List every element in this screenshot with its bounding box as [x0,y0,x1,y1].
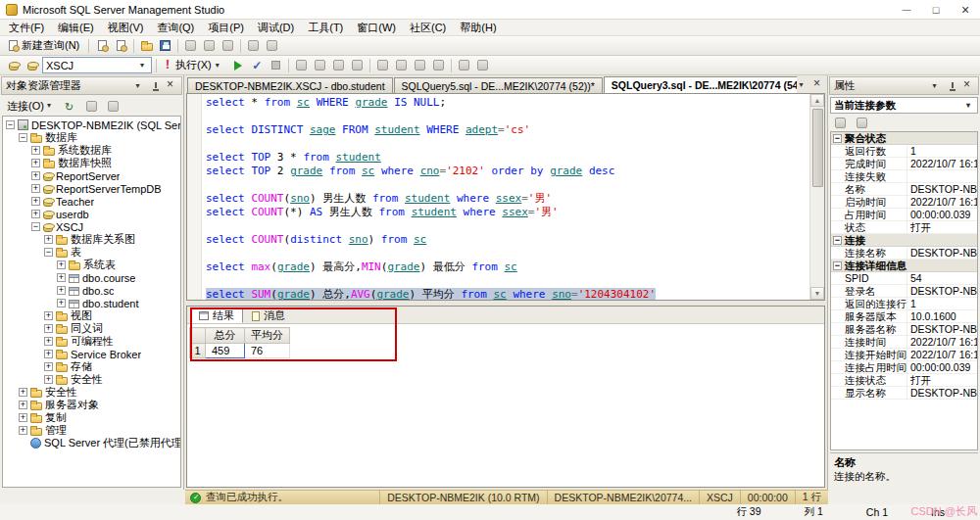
tree-node[interactable]: dbo.course [3,271,180,284]
chevron-down-icon[interactable] [930,79,943,92]
property-row[interactable]: 服务器名称DESKTOP-NBME2IK [831,323,977,336]
property-category[interactable]: 连接 [831,234,977,247]
editor-content[interactable]: select * from sc WHERE grade IS NULL;sel… [202,94,809,300]
expand-toggle-icon[interactable] [44,375,53,384]
property-row[interactable]: SPID54 [831,272,977,285]
generic-button[interactable] [392,57,411,73]
parse-check-button[interactable] [248,57,267,73]
tree-node[interactable]: 复制 [3,411,180,424]
generic-button[interactable] [200,37,219,54]
expand-toggle-icon[interactable] [31,184,40,193]
editor-line[interactable]: select SUM(grade) 总分,AVG(grade) 平均分 from… [206,288,809,300]
property-category[interactable]: 连接详细信息 [831,260,977,272]
close-button[interactable] [951,0,980,19]
maximize-button[interactable] [921,0,951,19]
properties-object-combo[interactable]: 当前连接参数 [830,97,978,114]
tree-node[interactable]: 数据库关系图 [3,233,180,246]
object-tree[interactable]: DESKTOP-NBME2IK (SQL Server 10.0.160...数… [2,116,181,488]
property-row[interactable]: 连接状态打开 [831,374,977,387]
generic-button[interactable] [411,57,429,73]
expand-toggle-icon[interactable] [44,362,53,371]
property-row[interactable]: 连接失败 [831,170,977,183]
tree-node[interactable]: ReportServer [3,169,180,182]
collapse-toggle-icon[interactable] [6,120,15,129]
expand-toggle-icon[interactable] [19,388,27,397]
expand-toggle-icon[interactable] [44,324,53,333]
document-tab[interactable]: SQLQuery5.sql - DE...ME2IK\20774 (52))* [394,77,603,93]
close-icon[interactable] [165,79,177,92]
results-column-header[interactable]: 总分 [206,328,245,344]
minimize-button[interactable] [892,0,921,19]
expand-toggle-icon[interactable] [57,286,66,295]
menu-item[interactable]: 文件(F) [2,20,51,36]
generic-button[interactable] [373,57,392,73]
editor-line[interactable] [206,178,809,192]
editor-line[interactable]: select TOP 3 * from student [206,151,809,165]
new-query-button[interactable]: 新建查询(N) [4,37,84,54]
menu-item[interactable]: 查询(Q) [150,20,201,36]
collapse-toggle-icon[interactable] [833,134,842,143]
generic-button[interactable] [329,57,348,73]
editor-vertical-scrollbar[interactable]: ▲ ▼ [809,94,824,300]
generic-button[interactable] [292,57,311,73]
tree-node[interactable]: 服务器对象 [3,399,180,411]
editor-line[interactable] [206,219,809,233]
expand-toggle-icon[interactable] [57,299,66,307]
editor-line[interactable]: select COUNT(sno) 男生人数 from student wher… [206,192,809,206]
tree-node[interactable]: 安全性 [3,373,180,386]
generic-button[interactable] [263,37,281,54]
generic-button[interactable] [82,98,101,115]
collapse-toggle-icon[interactable] [19,133,27,142]
editor-line[interactable] [206,247,809,260]
editor-line[interactable]: select DISTINCT sage FROM student WHERE … [206,123,809,137]
results-tab[interactable]: 消息 [244,308,293,323]
execute-button[interactable]: 执行(X) [161,57,228,73]
property-row[interactable]: 完成时间2022/10/7 16:14 [831,158,977,170]
generic-button[interactable] [311,57,329,73]
property-row[interactable]: 状态打开 [831,221,977,234]
pin-icon[interactable] [149,79,162,92]
generic-button[interactable] [455,57,473,73]
tree-node[interactable]: ReportServerTempDB [3,182,180,195]
menu-item[interactable]: 视图(V) [101,20,151,36]
menu-item[interactable]: 调试(D) [251,20,301,36]
tree-node[interactable]: userdb [3,208,180,220]
property-row[interactable]: 占用时间00:00:00.039 [831,209,977,221]
analysis-query-button[interactable] [112,37,130,54]
close-document-icon[interactable] [811,78,824,91]
property-row[interactable]: 返回的连接行数1 [831,298,977,310]
expand-toggle-icon[interactable] [57,260,66,269]
stop-button[interactable] [267,57,285,73]
close-icon[interactable] [961,79,974,92]
menu-item[interactable]: 窗口(W) [350,20,403,36]
database-combo[interactable]: XSCJ [42,57,152,73]
debug-play-button[interactable] [229,57,248,73]
results-tab[interactable]: 结果 [190,307,243,323]
menu-item[interactable]: 编辑(E) [51,20,101,36]
menu-item[interactable]: 项目(P) [201,20,251,36]
categorize-button[interactable] [831,115,850,131]
tree-node[interactable]: 系统表 [3,259,180,271]
menu-item[interactable]: 社区(C) [403,20,453,36]
results-row-header[interactable]: 1 [190,344,206,358]
tree-node[interactable]: 数据库快照 [3,157,180,169]
tree-node[interactable]: Teacher [3,195,180,208]
expand-toggle-icon[interactable] [44,311,53,320]
chevron-down-icon[interactable] [133,79,146,92]
alphabetical-sort-button[interactable] [853,115,871,131]
expand-toggle-icon[interactable] [19,401,27,409]
editor-line[interactable]: select COUNT(*) AS 男生人数 from student whe… [206,206,809,219]
results-cell[interactable]: 76 [245,344,290,358]
refresh-button[interactable] [61,98,79,115]
generic-button[interactable] [104,98,122,115]
property-row[interactable]: 名称DESKTOP-NBME2IK [831,183,977,196]
collapse-toggle-icon[interactable] [31,222,40,231]
property-row[interactable]: 启动时间2022/10/7 16:14 [831,196,977,209]
scroll-up-icon[interactable]: ▲ [810,94,824,107]
expand-toggle-icon[interactable] [19,413,27,422]
generic-button[interactable] [244,37,263,54]
tab-list-chevron-icon[interactable] [797,78,809,91]
tree-node[interactable]: dbo.sc [3,284,180,297]
results-column-header[interactable]: 平均分 [245,328,290,344]
results-cell[interactable]: 459 [206,344,245,358]
